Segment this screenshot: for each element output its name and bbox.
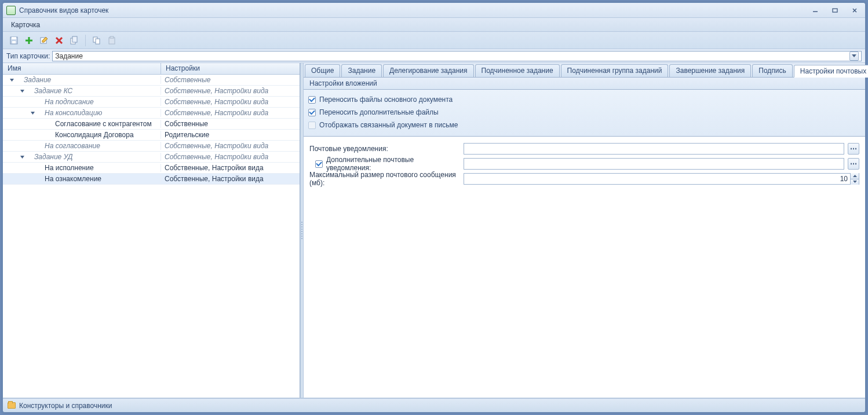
mail-browse-button[interactable]: ⋯	[848, 143, 859, 155]
tree-row[interactable]: На исполнениеСобственные, Настройки вида	[3, 163, 300, 174]
save-button[interactable]	[8, 34, 20, 47]
paste-button[interactable]	[105, 34, 118, 47]
extra-mail-row: Дополнительные почтовые уведомления: ⋯	[309, 156, 859, 171]
tree-item-label: На подписание	[45, 98, 94, 106]
svg-rect-17	[110, 36, 114, 38]
tab[interactable]: Общие	[305, 64, 340, 77]
size-spinner	[850, 173, 859, 185]
tree-item-label: Консолидация Договора	[55, 131, 134, 139]
titlebar: Справочник видов карточек	[3, 3, 865, 18]
tree-row[interactable]: ЗаданиеСобственные	[3, 75, 300, 86]
tree-row[interactable]: Задание КССобственные, Настройки вида	[3, 86, 300, 97]
attach-cb2-label: Переносить дополнительные файлы	[319, 108, 439, 116]
extra-mail-label: Дополнительные почтовые уведомления:	[309, 156, 460, 172]
minimize-button[interactable]	[808, 6, 822, 15]
size-value: 10	[464, 175, 850, 183]
svg-rect-16	[109, 38, 115, 44]
main-split: Имя Настройки ЗаданиеСобственныеЗадание …	[3, 63, 865, 398]
tree-row[interactable]: Задание УДСобственные, Настройки вида	[3, 152, 300, 163]
attachments-header: Настройки вложений	[304, 78, 865, 90]
tree-row[interactable]: Согласование с контрагентомСобственные	[3, 119, 300, 130]
tree[interactable]: ЗаданиеСобственныеЗадание КССобственные,…	[3, 75, 300, 398]
tree-row[interactable]: На подписаниеСобственные, Настройки вида	[3, 97, 300, 108]
edit-button[interactable]	[38, 34, 50, 47]
attach-cb3-row[interactable]: Отображать связанный документ в письме	[308, 119, 860, 131]
svg-rect-6	[12, 41, 16, 43]
attachments-box: Переносить файлы основного документа Пер…	[304, 90, 865, 137]
add-button[interactable]	[23, 34, 35, 47]
extra-mail-browse-button[interactable]: ⋯	[848, 158, 859, 170]
tree-item-label: Задание УД	[34, 153, 72, 161]
spin-down-button[interactable]	[850, 179, 859, 185]
attach-cb3[interactable]	[308, 122, 316, 129]
svg-rect-15	[96, 39, 100, 44]
tab[interactable]: Подчиненное задание	[475, 64, 560, 77]
tree-item-settings: Собственные, Настройки вида	[161, 109, 300, 117]
svg-rect-5	[12, 37, 16, 39]
menu-card[interactable]: Карточка	[8, 20, 43, 30]
tab[interactable]: Настройки почтовых уведомлений	[794, 65, 868, 78]
card-type-select[interactable]: Задание	[52, 51, 862, 61]
tree-item-label: На консолидацию	[45, 109, 102, 117]
close-button[interactable]	[848, 6, 862, 15]
window-title: Справочник видов карточек	[19, 6, 108, 14]
attach-cb2-row[interactable]: Переносить дополнительные файлы	[308, 106, 860, 119]
tree-item-settings: Родительские	[161, 131, 300, 139]
tree-expander-icon[interactable]	[18, 155, 26, 160]
card-type-label: Тип карточки:	[6, 52, 50, 60]
copy-button[interactable]	[68, 34, 81, 47]
svg-rect-1	[833, 9, 837, 12]
maximize-button[interactable]	[828, 6, 842, 15]
extra-mail-label-text: Дополнительные почтовые уведомления:	[326, 156, 460, 172]
tree-expander-icon[interactable]	[28, 111, 37, 116]
column-name[interactable]: Имя	[3, 63, 161, 74]
tab[interactable]: Делегирование задания	[383, 64, 473, 77]
tree-item-label: Согласование с контрагентом	[55, 120, 152, 128]
tree-row[interactable]: На согласованиеСобственные, Настройки ви…	[3, 141, 300, 152]
app-icon	[6, 6, 16, 15]
svg-rect-13	[72, 36, 77, 42]
tree-panel: Имя Настройки ЗаданиеСобственныеЗадание …	[3, 63, 300, 398]
tree-row[interactable]: Консолидация ДоговораРодительские	[3, 130, 300, 141]
attach-cb1[interactable]	[308, 96, 316, 104]
chevron-down-icon	[849, 52, 859, 61]
mail-row: Почтовые уведомления: ⋯	[309, 141, 859, 156]
tab[interactable]: Подчиненная группа заданий	[561, 64, 669, 77]
tree-item-settings: Собственные, Настройки вида	[161, 87, 300, 95]
extra-mail-input[interactable]	[464, 158, 844, 170]
attach-cb2[interactable]	[308, 109, 316, 116]
tree-row[interactable]: На консолидациюСобственные, Настройки ви…	[3, 108, 300, 119]
column-settings[interactable]: Настройки	[161, 63, 300, 74]
tree-row[interactable]: На ознакомлениеСобственные, Настройки ви…	[3, 174, 300, 185]
menubar: Карточка	[3, 18, 865, 32]
tab[interactable]: Завершение задания	[669, 64, 751, 77]
spin-up-button[interactable]	[850, 173, 859, 179]
statusbar: Конструкторы и справочники	[3, 398, 865, 412]
tree-column-headers: Имя Настройки	[3, 63, 300, 75]
card-type-row: Тип карточки: Задание	[3, 49, 865, 63]
tree-item-settings: Собственные, Настройки вида	[161, 153, 300, 161]
duplicate-button[interactable]	[90, 34, 103, 47]
tree-item-settings: Собственные, Настройки вида	[161, 142, 300, 150]
tree-expander-icon[interactable]	[8, 78, 16, 83]
status-label[interactable]: Конструкторы и справочники	[19, 402, 112, 410]
delete-button[interactable]	[53, 34, 65, 47]
tree-expander-icon[interactable]	[18, 89, 26, 94]
card-type-value: Задание	[55, 52, 83, 60]
tree-item-settings: Собственные, Настройки вида	[161, 164, 300, 172]
extra-mail-checkbox[interactable]	[315, 160, 323, 168]
tab[interactable]: Подпись	[752, 64, 793, 77]
tree-item-label: На исполнение	[45, 164, 94, 172]
mail-input[interactable]	[464, 143, 844, 155]
app-window: Справочник видов карточек Карточка	[2, 2, 866, 413]
tab[interactable]: Задание	[341, 64, 382, 77]
size-row: Максимальный размер почтового сообщения …	[309, 171, 859, 186]
tree-item-settings: Собственные	[161, 76, 300, 84]
attach-cb1-row[interactable]: Переносить файлы основного документа	[308, 93, 860, 106]
mail-form: Почтовые уведомления: ⋯ Дополнительные п…	[304, 137, 865, 191]
size-input[interactable]: 10	[464, 173, 859, 185]
tree-item-settings: Собственные, Настройки вида	[161, 98, 300, 106]
folder-icon	[8, 402, 16, 409]
details-panel: ОбщиеЗаданиеДелегирование заданияПодчине…	[304, 63, 865, 398]
tree-item-label: На согласование	[45, 142, 100, 150]
